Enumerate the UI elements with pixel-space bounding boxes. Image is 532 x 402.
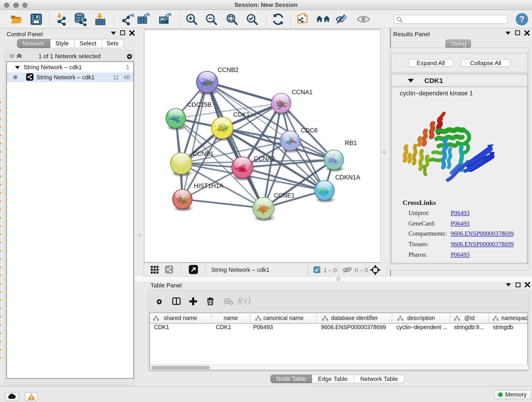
svg-text:CCNA1: CCNA1	[292, 89, 313, 95]
svg-text:CCNB1: CCNB1	[193, 150, 214, 157]
svg-text:CDC25B: CDC25B	[187, 101, 212, 108]
svg-text:CDC6: CDC6	[301, 127, 318, 134]
svg-text:HIST1H1A: HIST1H1A	[194, 182, 223, 189]
svg-text:CCNE1: CCNE1	[274, 192, 295, 199]
svg-text:CCNA2: CCNA2	[254, 155, 275, 162]
svg-text:?: ?	[519, 14, 524, 24]
svg-text:CDK1: CDK1	[233, 111, 250, 118]
svg-text:RB1: RB1	[345, 139, 357, 146]
svg-text:CDKN1A: CDKN1A	[335, 174, 360, 181]
svg-text:CCNB2: CCNB2	[218, 66, 239, 73]
